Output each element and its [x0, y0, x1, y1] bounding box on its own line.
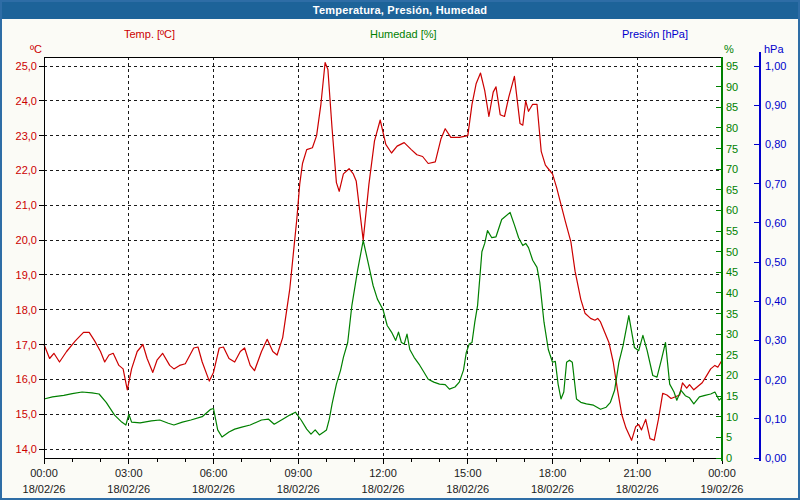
svg-text:21:00: 21:00: [623, 467, 651, 479]
svg-text:18/02/26: 18/02/26: [23, 483, 66, 495]
svg-text:15: 15: [726, 390, 738, 402]
svg-text:5: 5: [726, 431, 732, 443]
svg-text:0,60: 0,60: [765, 217, 786, 229]
svg-text:19/02/26: 19/02/26: [701, 483, 744, 495]
svg-text:55: 55: [726, 225, 738, 237]
svg-text:16,0: 16,0: [16, 373, 37, 385]
chart-window: Temperatura, Presión, Humedad Temp. [ºC]…: [0, 0, 800, 500]
svg-text:0,80: 0,80: [765, 138, 786, 150]
svg-text:19,0: 19,0: [16, 269, 37, 281]
chart-plot: 25,024,023,022,021,020,019,018,017,016,0…: [2, 2, 800, 500]
svg-text:00:00: 00:00: [30, 467, 58, 479]
svg-text:00:00: 00:00: [708, 467, 736, 479]
svg-text:40: 40: [726, 287, 738, 299]
chart-svg: 25,024,023,022,021,020,019,018,017,016,0…: [2, 2, 800, 500]
svg-text:03:00: 03:00: [115, 467, 143, 479]
svg-text:18:00: 18:00: [539, 467, 567, 479]
svg-text:12:00: 12:00: [369, 467, 397, 479]
svg-text:24,0: 24,0: [16, 95, 37, 107]
svg-text:0,40: 0,40: [765, 295, 786, 307]
svg-text:85: 85: [726, 101, 738, 113]
svg-text:18/02/26: 18/02/26: [192, 483, 235, 495]
svg-text:18/02/26: 18/02/26: [446, 483, 489, 495]
svg-text:22,0: 22,0: [16, 164, 37, 176]
svg-text:06:00: 06:00: [200, 467, 228, 479]
svg-text:0,10: 0,10: [765, 413, 786, 425]
svg-text:25,0: 25,0: [16, 60, 37, 72]
svg-text:0,50: 0,50: [765, 256, 786, 268]
svg-text:20,0: 20,0: [16, 234, 37, 246]
svg-text:18/02/26: 18/02/26: [107, 483, 150, 495]
svg-text:0,00: 0,00: [765, 452, 786, 464]
svg-text:18,0: 18,0: [16, 304, 37, 316]
svg-text:23,0: 23,0: [16, 130, 37, 142]
svg-text:95: 95: [726, 60, 738, 72]
svg-text:90: 90: [726, 81, 738, 93]
svg-text:30: 30: [726, 328, 738, 340]
svg-text:80: 80: [726, 122, 738, 134]
svg-text:21,0: 21,0: [16, 199, 37, 211]
svg-text:0: 0: [726, 452, 732, 464]
svg-text:0,90: 0,90: [765, 99, 786, 111]
svg-text:17,0: 17,0: [16, 339, 37, 351]
svg-text:1,00: 1,00: [765, 60, 786, 72]
svg-text:70: 70: [726, 163, 738, 175]
svg-text:0,20: 0,20: [765, 374, 786, 386]
svg-text:14,0: 14,0: [16, 443, 37, 455]
svg-text:0,30: 0,30: [765, 334, 786, 346]
svg-text:18/02/26: 18/02/26: [362, 483, 405, 495]
svg-text:15:00: 15:00: [454, 467, 482, 479]
svg-text:18/02/26: 18/02/26: [277, 483, 320, 495]
svg-text:15,0: 15,0: [16, 408, 37, 420]
svg-text:10: 10: [726, 411, 738, 423]
svg-text:60: 60: [726, 204, 738, 216]
svg-text:18/02/26: 18/02/26: [531, 483, 574, 495]
svg-text:25: 25: [726, 349, 738, 361]
svg-text:50: 50: [726, 246, 738, 258]
svg-text:20: 20: [726, 369, 738, 381]
svg-text:65: 65: [726, 184, 738, 196]
svg-text:45: 45: [726, 266, 738, 278]
svg-text:18/02/26: 18/02/26: [616, 483, 659, 495]
svg-text:0,70: 0,70: [765, 178, 786, 190]
svg-text:09:00: 09:00: [284, 467, 312, 479]
svg-text:75: 75: [726, 143, 738, 155]
svg-text:35: 35: [726, 308, 738, 320]
